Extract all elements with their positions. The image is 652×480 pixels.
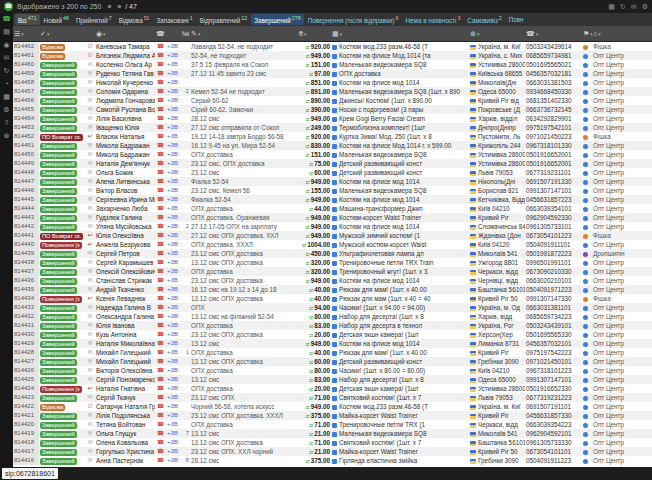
table-row[interactable]: 814455Завершений✉Самотій Руслана Во☎+ЗВС… <box>13 105 652 114</box>
users-icon[interactable]: ◉ <box>3 41 9 49</box>
add-call-link[interactable]: +ЗВ <box>166 321 181 330</box>
tab-10[interactable]: Повн <box>506 15 527 24</box>
add-call-link[interactable]: +ЗВ <box>166 294 181 303</box>
filter-icon[interactable]: ▾ <box>47 31 50 37</box>
call-icon[interactable]: ☎ <box>155 159 166 168</box>
call-icon[interactable]: ☎ <box>155 96 166 105</box>
call-icon[interactable]: ☎ <box>155 114 166 123</box>
table-row[interactable]: 814462Відмова∅Канєвська Тамара☎+ЗВЛаванд… <box>13 42 652 51</box>
add-call-link[interactable]: +ЗВ <box>166 105 181 114</box>
add-call-link[interactable]: +ЗВ <box>166 141 181 150</box>
table-row[interactable]: 814460Завершений✉Косленко Ольга Ар☎+ЗВ37… <box>13 60 652 69</box>
add-call-link[interactable]: +ЗВ <box>166 384 181 393</box>
call-icon[interactable]: ☎ <box>155 123 166 132</box>
col-region[interactable]: ⊕▾ <box>469 30 525 38</box>
help-icon[interactable]: ? <box>5 119 9 127</box>
call-icon[interactable]: ☎ <box>155 150 166 159</box>
table-row[interactable]: 814441ПО Возврат ск.↩Юлія Олексіївна☎+ЗВ… <box>13 231 652 240</box>
add-call-link[interactable]: +ЗВ <box>166 276 181 285</box>
filter-icon[interactable]: ▾ <box>598 31 601 37</box>
call-icon[interactable]: ☎ <box>155 105 166 114</box>
refresh-icon[interactable]: ↻ <box>620 3 626 11</box>
tab-9[interactable]: Самовивіз2 <box>464 14 504 25</box>
call-icon[interactable]: ☎ <box>155 411 166 420</box>
table-row[interactable]: 814456Завершений✉Людмила Гончарова☎+ЗВСе… <box>13 96 652 105</box>
add-call-link[interactable]: +ЗВ <box>166 60 181 69</box>
col-shop[interactable]: ⌂▾ <box>592 30 652 37</box>
add-call-link[interactable]: +ЗВ <box>166 114 181 123</box>
add-call-link[interactable]: +ЗВ <box>166 267 181 276</box>
grid-icon[interactable]: ▦ <box>608 3 615 11</box>
add-call-link[interactable]: +ЗВ <box>166 348 181 357</box>
call-icon[interactable]: ☎ <box>155 447 166 456</box>
filter-icon[interactable]: ▾ <box>477 31 480 37</box>
col-qty[interactable]: №▾ <box>181 30 190 37</box>
col-tag[interactable]: ⚑▾ <box>582 30 592 38</box>
table-row[interactable]: 814438Завершений✉Сергей Карамышев☎+ЗВ13.… <box>13 258 652 267</box>
call-icon[interactable]: ☎ <box>155 60 166 69</box>
col-client[interactable]: ◉▾ <box>95 30 155 38</box>
table-row[interactable]: 814458Завершений✉Николай Кучеренко☎+ЗВ⇄8… <box>13 78 652 87</box>
table-row[interactable]: 814429Завершений✉Наталія Миколаївна☎+ЗВ1… <box>13 339 652 348</box>
add-call-link[interactable]: +ЗВ <box>166 177 181 186</box>
call-icon[interactable]: ☎ <box>155 294 166 303</box>
table-row[interactable]: 814447Завершений✉Алена Литвинська☎+ЗВФіа… <box>13 177 652 186</box>
call-icon[interactable]: ☎ <box>155 186 166 195</box>
table-row[interactable]: 814439Завершений✉Сергей Петров☎+ЗВ23.12 … <box>13 249 652 258</box>
call-icon[interactable]: ☎ <box>155 420 166 429</box>
table-row[interactable]: 814422Відмова∅Сатарчук Наталія Гр☎+ЗВЧор… <box>13 402 652 411</box>
table-row[interactable]: 814426Завершений✉Вікторія Олексіївна☎+ЗВ… <box>13 366 652 375</box>
table-row[interactable]: 814427Завершений✉Михайл Гилецький☎+ЗВ13.… <box>13 357 652 366</box>
table-row[interactable]: 814436Завершений✉Станіслав Стрижак☎+ЗВ23… <box>13 276 652 285</box>
phone-icon[interactable]: ☎ <box>2 15 11 23</box>
table-row[interactable]: 814445Завершений✉Сергеевна Ирина Ми☎+ЗВФ… <box>13 195 652 204</box>
add-call-link[interactable]: +ЗВ <box>166 303 181 312</box>
add-call-link[interactable]: +ЗВ <box>166 357 181 366</box>
table-row[interactable]: 814451Завершений✉Микола Бадражан☎+ЗВ16.1… <box>13 141 652 150</box>
call-icon[interactable]: ☎ <box>155 339 166 348</box>
add-call-link[interactable]: +ЗВ <box>166 375 181 384</box>
col-id[interactable]: ☰▾ <box>13 30 39 38</box>
call-icon[interactable]: ☎ <box>155 177 166 186</box>
add-call-link[interactable]: +ЗВ <box>166 339 181 348</box>
refresh-icon[interactable]: ↻ <box>4 67 10 75</box>
call-icon[interactable]: ☎ <box>155 366 166 375</box>
add-call-link[interactable]: +ЗВ <box>166 168 181 177</box>
clock-icon[interactable]: ◔ <box>4 80 8 88</box>
call-icon[interactable]: ☎ <box>155 330 166 339</box>
call-icon[interactable]: ☎ <box>155 321 166 330</box>
table-row[interactable]: 814449Завершений✉Наталія Дем'янчук☎+ЗВ23… <box>13 159 652 168</box>
table-row[interactable]: 814444Завершений✉Захарченко Люба☎+ЗВОПХ … <box>13 204 652 213</box>
add-call-link[interactable]: +ЗВ <box>166 447 181 456</box>
gear-icon[interactable]: ⚙ <box>642 3 648 11</box>
table-row[interactable]: 814431Завершений✉Юлія Іванова☎+ЗВОПХ дос… <box>13 321 652 330</box>
table-row[interactable]: 814419Завершений✉Ольга Глущук☎+ЗВ713.12 … <box>13 429 652 438</box>
tab-2[interactable]: Прийнятий7 <box>73 14 115 25</box>
call-icon[interactable]: ☎ <box>155 195 166 204</box>
table-row[interactable]: 814453Завершений✉Іващенко Юлія☎+ЗВ27.12 … <box>13 123 652 132</box>
add-call-link[interactable]: +ЗВ <box>166 249 181 258</box>
table-row[interactable]: 814430Завершений✉Кузь Антоніна☎+ЗВ23.12 … <box>13 330 652 339</box>
call-icon[interactable]: ☎ <box>155 141 166 150</box>
prev-page-button[interactable]: « <box>105 3 113 10</box>
call-icon[interactable]: ☎ <box>155 222 166 231</box>
col-comment[interactable]: ✎▾ <box>190 30 298 38</box>
table-row[interactable]: 814452ПО Возврат ск.↩Власюк Наталья☎+ЗВ1… <box>13 132 652 141</box>
call-icon[interactable]: ☎ <box>155 267 166 276</box>
table-row[interactable]: 814425Завершений✉Сергій Пономаренко☎+ЗВ1… <box>13 375 652 384</box>
stats-icon[interactable]: ▦ <box>3 93 10 101</box>
add-call-link[interactable]: +ЗВ <box>166 87 181 96</box>
table-row[interactable]: 814443Завершений✉Гудзлюк Галина☎+ЗВОПХ д… <box>13 213 652 222</box>
table-row[interactable]: 814459Завершений✉Руденко Тетяна Гав☎+ЗВ2… <box>13 69 652 78</box>
table-row[interactable]: 814420Завершений✉Тетяна Войтован☎+ЗВОПХ … <box>13 420 652 429</box>
table-row[interactable]: 814432Завершений✉Олександра Галина☎+ЗВ13… <box>13 312 652 321</box>
table-row[interactable]: 814433Завершений✉Надежда Галина В☎+ЗВОПХ… <box>13 303 652 312</box>
table-row[interactable]: 814446Завершений✉Віктор Власов☎+ЗВ23.12 … <box>13 186 652 195</box>
add-call-link[interactable]: +ЗВ <box>166 69 181 78</box>
filter-icon[interactable]: ▾ <box>103 31 106 37</box>
col-price[interactable]: ₴▾ <box>298 30 331 37</box>
table-row[interactable]: 814450Завершений✉Микола Бадражан☎+ЗВОПХ … <box>13 150 652 159</box>
table-row[interactable]: 814442Завершений✉Уляна Мусійовська☎+ЗВ22… <box>13 222 652 231</box>
call-icon[interactable]: ☎ <box>155 231 166 240</box>
table-row[interactable]: 814424Повернення (з↩Наталія Гнатівна☎+ЗВ… <box>13 384 652 393</box>
